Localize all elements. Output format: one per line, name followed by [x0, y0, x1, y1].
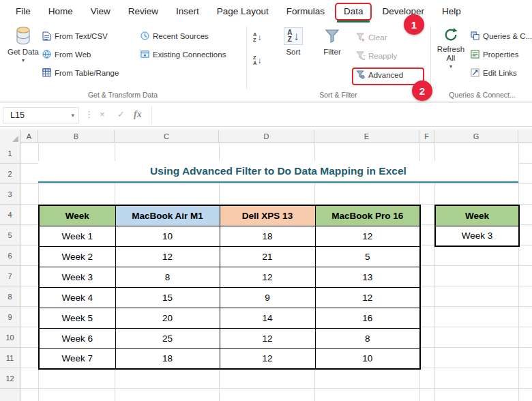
cell[interactable]: 9 — [220, 287, 315, 308]
worksheet: A B C D E F G 1 2 3 4 5 6 7 8 9 10 11 12 — [0, 130, 532, 401]
group-label-sort-filter: Sort & Filter — [247, 91, 430, 99]
cell[interactable]: Week 6 — [39, 328, 115, 348]
tab-page-layout[interactable]: Page Layout — [208, 0, 278, 23]
tab-help[interactable]: Help — [433, 0, 470, 23]
row-header-9[interactable]: 9 — [0, 307, 20, 327]
column-header-d[interactable]: D — [219, 130, 314, 143]
formula-input[interactable] — [153, 106, 529, 124]
cell[interactable]: 12 — [220, 348, 315, 369]
header-cell-macbook-air[interactable]: MacBook Air M1 — [115, 205, 220, 226]
cell[interactable]: 12 — [315, 226, 420, 246]
tab-home[interactable]: Home — [40, 0, 82, 23]
cell[interactable]: 12 — [115, 246, 220, 267]
cell[interactable]: 13 — [315, 267, 420, 287]
tab-formulas[interactable]: Formulas — [278, 0, 334, 23]
cell[interactable]: Week 2 — [39, 246, 115, 267]
recent-sources-icon — [141, 31, 149, 40]
sort-az-button[interactable]: AZ ↓ — [253, 32, 261, 42]
cell[interactable]: Week 3 — [39, 267, 115, 287]
cell[interactable]: Week 5 — [39, 308, 115, 328]
row-header-12[interactable]: 12 — [0, 368, 20, 389]
row-header-3[interactable]: 3 — [0, 184, 20, 205]
edit-links-button[interactable]: Edit Links — [471, 68, 517, 77]
row-header-7[interactable]: 7 — [0, 266, 20, 286]
cell[interactable]: 18 — [115, 348, 220, 369]
tab-developer[interactable]: Developer — [373, 0, 433, 23]
filter-button[interactable]: Filter — [315, 26, 349, 57]
cancel-icon: × — [100, 109, 105, 120]
recent-sources-button[interactable]: Recent Sources — [141, 31, 209, 40]
insert-function-icon[interactable]: fx — [134, 109, 142, 120]
tab-data[interactable]: Data — [335, 3, 372, 20]
cell[interactable]: 25 — [115, 328, 220, 348]
edit-links-label: Edit Links — [483, 69, 517, 77]
sheet-title[interactable]: Using Advanced Filter to Do Data Mapping… — [38, 161, 518, 183]
row-header-5[interactable]: 5 — [0, 225, 20, 246]
column-header-a[interactable]: A — [20, 130, 38, 143]
existing-connections-label: Existing Connections — [153, 50, 226, 59]
excel-window: File Home View Review Insert Page Layout… — [0, 0, 532, 401]
cell[interactable]: 8 — [115, 267, 220, 287]
properties-button[interactable]: Properties — [471, 50, 518, 59]
cell[interactable]: Week 4 — [39, 287, 115, 308]
tab-insert[interactable]: Insert — [167, 0, 208, 23]
from-table-range-button[interactable]: From Table/Range — [42, 68, 119, 77]
criteria-header-cell[interactable]: Week — [435, 205, 519, 226]
arrow-down-icon: ↓ — [257, 57, 261, 65]
cell[interactable]: 21 — [220, 246, 315, 267]
column-header-b[interactable]: B — [38, 130, 115, 143]
cell[interactable]: 8 — [315, 328, 420, 348]
gridline-vertical — [518, 143, 519, 401]
sort-button[interactable]: AZ ↓ Sort — [276, 26, 311, 57]
existing-connections-button[interactable]: Existing Connections — [141, 50, 226, 59]
cell[interactable]: Week 7 — [39, 348, 115, 369]
header-cell-dell-xps[interactable]: Dell XPS 13 — [220, 205, 315, 226]
group-separator — [246, 27, 247, 89]
column-header-e[interactable]: E — [314, 130, 419, 143]
filter-icon — [324, 26, 340, 46]
header-cell-macbook-pro[interactable]: MacBook Pro 16 — [315, 205, 420, 226]
cell[interactable]: 10 — [115, 226, 220, 246]
select-all-button[interactable] — [0, 130, 20, 143]
tab-view[interactable]: View — [82, 0, 119, 23]
header-cell-week[interactable]: Week — [39, 205, 115, 226]
recent-sources-label: Recent Sources — [153, 32, 209, 40]
cell[interactable]: 16 — [315, 308, 420, 328]
tab-review[interactable]: Review — [119, 0, 167, 23]
sort-za-button[interactable]: ZA ↓ — [253, 55, 261, 65]
row-header-6[interactable]: 6 — [0, 246, 20, 266]
cell[interactable]: 20 — [115, 308, 220, 328]
row-header-2[interactable]: 2 — [0, 164, 20, 184]
cell[interactable]: 18 — [220, 226, 315, 246]
row-header-11[interactable]: 11 — [0, 348, 20, 368]
cell[interactable]: 12 — [220, 328, 315, 348]
row-header-1[interactable]: 1 — [0, 143, 20, 164]
cell[interactable]: 14 — [220, 308, 315, 328]
criteria-value-cell[interactable]: Week 3 — [435, 226, 519, 246]
step-2-callout: 2 — [412, 80, 432, 101]
name-box-value: L15 — [10, 110, 25, 120]
from-web-button[interactable]: From Web — [42, 50, 91, 59]
get-data-button[interactable]: Get Data ▾ — [5, 26, 41, 63]
from-table-range-icon — [42, 68, 51, 77]
cell[interactable]: 5 — [315, 246, 420, 267]
row-header-10[interactable]: 10 — [0, 327, 20, 348]
name-box[interactable]: L15 ▾ — [3, 107, 79, 123]
name-box-dropdown-icon[interactable]: ▾ — [71, 112, 78, 119]
cell[interactable]: 15 — [115, 287, 220, 308]
row-header-4[interactable]: 4 — [0, 205, 20, 225]
queries-connections-button[interactable]: Queries & C... — [471, 31, 532, 40]
filter-label: Filter — [323, 48, 341, 57]
row-header-8[interactable]: 8 — [0, 286, 20, 307]
cell[interactable]: 12 — [315, 287, 420, 308]
column-header-g[interactable]: G — [434, 130, 518, 143]
properties-label: Properties — [483, 50, 518, 59]
cell[interactable]: Week 1 — [39, 226, 115, 246]
cell[interactable]: 10 — [315, 348, 420, 369]
from-text-csv-button[interactable]: From Text/CSV — [42, 31, 108, 41]
column-header-c[interactable]: C — [115, 130, 219, 143]
refresh-all-button[interactable]: Refresh All ▾ — [434, 26, 468, 70]
cell[interactable]: 12 — [220, 267, 315, 287]
column-header-f[interactable]: F — [419, 130, 434, 143]
tab-file[interactable]: File — [7, 0, 40, 23]
